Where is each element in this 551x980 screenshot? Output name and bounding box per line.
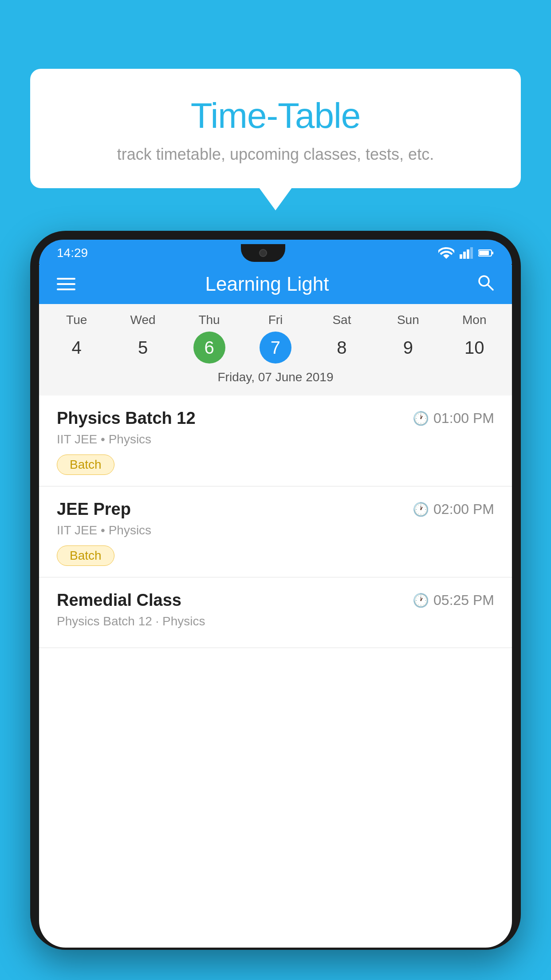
day-numbers: 45678910 [43, 332, 508, 364]
schedule-item[interactable]: Remedial Class🕐05:25 PMPhysics Batch 12 … [39, 577, 512, 648]
clock-icon: 🕐 [413, 502, 429, 517]
svg-rect-0 [460, 254, 462, 259]
day-number-4[interactable]: 4 [61, 332, 93, 364]
selected-date-label: Friday, 07 June 2019 [43, 370, 508, 391]
svg-rect-5 [492, 252, 493, 254]
batch-badge: Batch [57, 545, 114, 566]
app-title-heading: Time-Table [48, 95, 503, 136]
batch-badge: Batch [57, 454, 114, 475]
schedule-item-name: Remedial Class [57, 591, 181, 610]
app-header: Learning Light [39, 264, 512, 304]
signal-icon [460, 247, 473, 259]
phone-mockup: 14:29 [30, 231, 521, 950]
schedule-list: Physics Batch 12🕐01:00 PMIIT JEE • Physi… [39, 395, 512, 648]
svg-rect-6 [479, 251, 489, 255]
status-bar: 14:29 [39, 240, 512, 264]
day-header-sun: Sun [375, 313, 441, 327]
svg-rect-2 [467, 249, 469, 259]
day-number-6[interactable]: 6 [193, 332, 225, 364]
day-headers: TueWedThuFriSatSunMon [43, 313, 508, 327]
schedule-item-time: 🕐05:25 PM [413, 592, 494, 609]
schedule-item-time: 🕐01:00 PM [413, 410, 494, 427]
schedule-item-name: JEE Prep [57, 500, 131, 519]
wifi-icon [438, 247, 454, 259]
schedule-item-time: 🕐02:00 PM [413, 501, 494, 518]
svg-line-8 [488, 285, 493, 290]
day-header-sat: Sat [309, 313, 375, 327]
camera-notch [259, 249, 267, 257]
phone-wrapper: 14:29 [30, 231, 521, 980]
day-header-wed: Wed [110, 313, 176, 327]
phone-screen: Learning Light TueWedThuFriSatSunMon 456… [39, 264, 512, 948]
schedule-item-sub: IIT JEE • Physics [57, 523, 494, 537]
battery-icon [478, 249, 494, 257]
day-number-5[interactable]: 5 [127, 332, 159, 364]
clock-icon: 🕐 [413, 593, 429, 608]
day-number-10[interactable]: 10 [458, 332, 490, 364]
schedule-item[interactable]: JEE Prep🕐02:00 PMIIT JEE • PhysicsBatch [39, 486, 512, 577]
svg-rect-3 [470, 247, 473, 259]
svg-rect-1 [463, 252, 466, 259]
day-number-7[interactable]: 7 [260, 332, 291, 364]
svg-point-7 [479, 276, 489, 286]
day-header-tue: Tue [43, 313, 110, 327]
day-header-fri: Fri [242, 313, 308, 327]
schedule-item[interactable]: Physics Batch 12🕐01:00 PMIIT JEE • Physi… [39, 395, 512, 486]
day-header-mon: Mon [441, 313, 508, 327]
schedule-item-sub: Physics Batch 12 · Physics [57, 614, 494, 628]
notch [241, 244, 285, 262]
speech-bubble-container: Time-Table track timetable, upcoming cla… [30, 69, 521, 188]
app-subtitle: track timetable, upcoming classes, tests… [48, 145, 503, 164]
schedule-item-sub: IIT JEE • Physics [57, 432, 494, 447]
clock-icon: 🕐 [413, 411, 429, 426]
speech-bubble: Time-Table track timetable, upcoming cla… [30, 69, 521, 188]
app-header-title: Learning Light [58, 273, 476, 295]
day-number-9[interactable]: 9 [392, 332, 424, 364]
day-number-8[interactable]: 8 [326, 332, 358, 364]
calendar-week: TueWedThuFriSatSunMon 45678910 Friday, 0… [39, 304, 512, 395]
schedule-item-name: Physics Batch 12 [57, 409, 196, 428]
status-time: 14:29 [57, 246, 88, 260]
status-icons [438, 247, 494, 259]
day-header-thu: Thu [176, 313, 242, 327]
search-icon[interactable] [476, 273, 494, 295]
